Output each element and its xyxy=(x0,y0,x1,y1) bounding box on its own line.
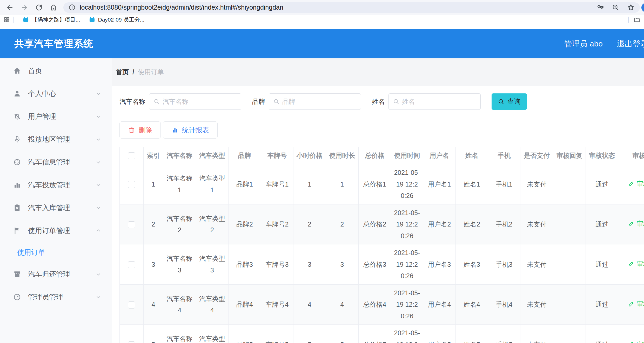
breadcrumb-separator: / xyxy=(132,68,134,76)
filter-row: 汽车名称 品牌 姓名 xyxy=(119,93,644,110)
column-header: 小时价格 xyxy=(293,147,326,164)
sidebar-item-label: 首页 xyxy=(28,66,42,76)
table-row: 3汽车名称3汽车类型3品牌3车牌号333总价格32021-05-19 12:20… xyxy=(120,244,644,285)
other-bookmarks-folder-icon[interactable] xyxy=(634,16,640,23)
sidebar-item-label: 汽车入库管理 xyxy=(28,203,70,212)
cell: 汽车类型4 xyxy=(196,284,229,325)
column-header: 汽车名称 xyxy=(163,147,196,164)
zoom-icon[interactable] xyxy=(612,4,619,11)
sidebar-subitem-use-orders[interactable]: 使用订单 xyxy=(0,242,112,263)
car-name-input-box xyxy=(149,93,241,110)
cell: 2021-05-19 12:20:26 xyxy=(391,244,423,285)
cell: 汽车名称5 xyxy=(163,325,196,343)
search-icon xyxy=(153,98,160,105)
sidebar: 首页 个人中心 用户管理 投放地区管理 xyxy=(0,58,112,343)
apps-grid-icon[interactable] xyxy=(4,17,10,23)
password-key-icon[interactable] xyxy=(596,4,604,11)
cell: 总价格1 xyxy=(359,164,391,204)
sidebar-item-car-storage[interactable]: 汽车入库管理 xyxy=(0,196,112,219)
logout-link[interactable]: 退出登录 xyxy=(617,39,644,49)
cell: 姓名4 xyxy=(456,284,488,325)
cell: 汽车名称3 xyxy=(163,244,196,285)
user-icon xyxy=(12,89,22,98)
chevron-down-icon xyxy=(96,294,101,300)
url-text[interactable]: localhost:8080/springboot2eidg/admin/dis… xyxy=(80,4,283,11)
row-checkbox[interactable] xyxy=(128,341,135,343)
forward-icon[interactable] xyxy=(20,3,29,12)
cell: 2 xyxy=(293,204,326,244)
site-info-icon[interactable] xyxy=(69,4,76,11)
home-icon[interactable] xyxy=(49,3,58,12)
bar-chart-icon xyxy=(171,127,178,134)
row-checkbox[interactable] xyxy=(128,181,135,188)
browser-profile-avatar[interactable] xyxy=(641,3,644,12)
cell: 用户名2 xyxy=(423,204,456,244)
sidebar-item-label: 汽车投放管理 xyxy=(28,180,70,190)
cell: 2021-05-19 12:20:26 xyxy=(391,284,423,325)
sidebar-item-admins[interactable]: 管理员管理 xyxy=(0,286,112,308)
column-header: 车牌号 xyxy=(261,147,293,164)
audit-action[interactable]: 审核 xyxy=(628,258,644,270)
bookmarks-separator xyxy=(14,17,14,23)
sidebar-item-orders[interactable]: 使用订单管理 xyxy=(0,219,112,242)
sidebar-item-car-info[interactable]: 汽车信息管理 xyxy=(0,151,112,174)
column-header: 审核状态 xyxy=(586,147,618,164)
cell: 车牌号5 xyxy=(261,325,293,343)
bookmark-item[interactable]: 【码神之路】项目... xyxy=(22,16,80,23)
filter-brand: 品牌 xyxy=(252,93,361,110)
car-name-input[interactable] xyxy=(163,98,237,105)
sidebar-item-users[interactable]: 用户管理 xyxy=(0,105,112,128)
delete-button[interactable]: 删除 xyxy=(119,121,161,139)
sidebar-item-car-return[interactable]: 汽车归还管理 xyxy=(0,263,112,286)
address-bar[interactable]: localhost:8080/springboot2eidg/admin/dis… xyxy=(63,2,640,13)
cell: 通过 xyxy=(586,244,618,285)
cell: 车牌号4 xyxy=(261,284,293,325)
row-checkbox[interactable] xyxy=(128,221,135,228)
reload-icon[interactable] xyxy=(34,3,44,12)
bookmark-item[interactable]: Day02-09-员工分... xyxy=(89,16,145,23)
sidebar-item-regions[interactable]: 投放地区管理 xyxy=(0,128,112,151)
row-checkbox[interactable] xyxy=(128,261,135,268)
breadcrumb-current: 使用订单 xyxy=(138,68,164,76)
audit-cell: 审核 xyxy=(618,325,644,343)
name-input-box xyxy=(388,93,481,110)
brand-input[interactable] xyxy=(282,98,357,105)
audit-action[interactable]: 审核 xyxy=(628,178,644,190)
cell: 未支付 xyxy=(520,244,553,285)
table-row: 1汽车名称1汽车类型1品牌1车牌号111总价格12021-05-19 12:20… xyxy=(120,164,644,204)
cell xyxy=(553,244,586,285)
shop-icon xyxy=(12,270,22,279)
breadcrumb-home[interactable]: 首页 xyxy=(116,68,129,76)
row-checkbox[interactable] xyxy=(128,301,135,308)
cell: 用户名1 xyxy=(423,164,456,204)
sidebar-subitem-label: 使用订单 xyxy=(17,248,45,257)
edit-pencil-icon xyxy=(628,301,635,307)
search-button[interactable]: 查询 xyxy=(492,93,527,110)
sidebar-item-home[interactable]: 首页 xyxy=(0,59,112,82)
sidebar-item-label: 用户管理 xyxy=(28,112,56,121)
bookmark-star-icon[interactable] xyxy=(627,4,635,11)
report-button[interactable]: 统计报表 xyxy=(163,121,218,139)
sidebar-item-label: 管理员管理 xyxy=(28,292,63,302)
back-icon[interactable] xyxy=(5,3,15,12)
table-row: 4汽车名称4汽车类型4品牌4车牌号444总价格42021-05-19 12:20… xyxy=(120,284,644,325)
select-all-checkbox[interactable] xyxy=(128,152,135,159)
cell: 未支付 xyxy=(520,164,553,204)
name-input[interactable] xyxy=(402,98,476,105)
audit-action[interactable]: 审核 xyxy=(628,218,644,230)
cell: 汽车类型2 xyxy=(196,204,229,244)
edit-pencil-icon xyxy=(628,221,635,227)
column-header: 品牌 xyxy=(229,147,261,164)
chevron-down-icon xyxy=(96,114,101,119)
cell: 4 xyxy=(293,284,326,325)
chrome-content-gap xyxy=(0,25,644,29)
admin-user-label[interactable]: 管理员 abo xyxy=(564,39,603,49)
sidebar-item-profile[interactable]: 个人中心 xyxy=(0,82,112,105)
audit-action[interactable]: 审核 xyxy=(628,298,644,310)
cell: 2021-05-19 12:20:26 xyxy=(391,325,423,343)
column-header: 手机 xyxy=(488,147,520,164)
audit-action[interactable]: 审核 xyxy=(628,338,644,343)
main-area: 首页 / 使用订单 汽车名称 品牌 xyxy=(112,58,644,343)
cell: 车牌号3 xyxy=(261,244,293,285)
sidebar-item-car-launch[interactable]: 汽车投放管理 xyxy=(0,174,112,196)
